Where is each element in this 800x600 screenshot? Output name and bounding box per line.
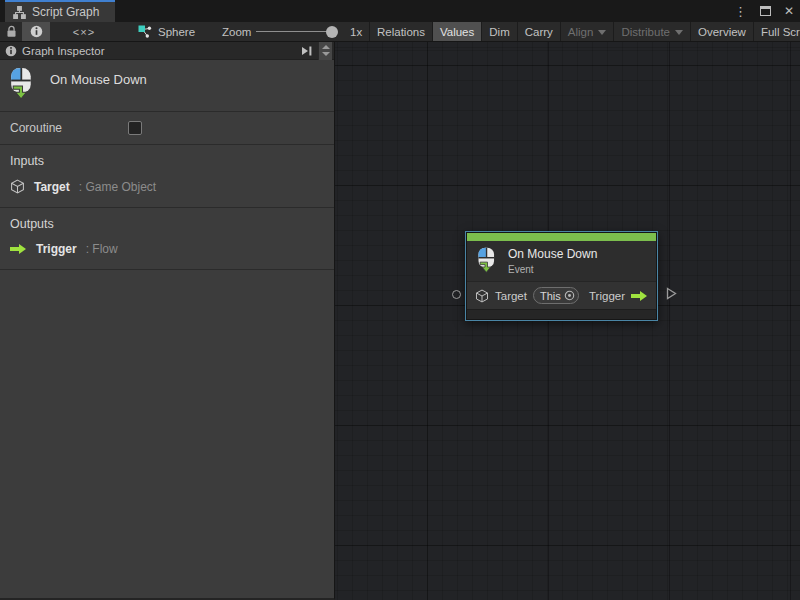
inputs-section: Inputs Target : Game Object — [0, 145, 334, 208]
graph-inspector-panel: Graph Inspector On Mouse Down Coroutine — [0, 42, 335, 600]
object-picker-icon[interactable] — [564, 290, 575, 301]
window-controls: ⋮ ✕ — [734, 0, 794, 22]
close-icon[interactable]: ✕ — [784, 5, 794, 17]
dim-button[interactable]: Dim — [481, 22, 516, 41]
graph-target-label: Sphere — [158, 26, 195, 38]
inspector-toggle-button[interactable] — [22, 22, 50, 41]
outputs-title: Outputs — [10, 217, 324, 231]
main-area: Graph Inspector On Mouse Down Coroutine — [0, 42, 800, 600]
inputs-title: Inputs — [10, 154, 324, 168]
flow-arrow-icon[interactable] — [631, 290, 648, 302]
output-port-name: Trigger — [36, 242, 77, 256]
lock-button[interactable] — [0, 22, 22, 41]
mouse-down-icon — [8, 67, 37, 101]
node-header[interactable]: On Mouse Down Event — [467, 241, 656, 281]
coroutine-checkbox[interactable] — [128, 121, 142, 135]
zoom-slider-handle[interactable] — [326, 26, 338, 38]
dock-panel-icon[interactable] — [301, 45, 313, 57]
inspector-empty-area — [0, 270, 334, 598]
output-port-type: Flow — [92, 242, 117, 256]
maximize-icon[interactable] — [760, 6, 771, 16]
dropdown-caret-icon — [675, 30, 683, 35]
scroll-up-icon[interactable] — [322, 45, 330, 49]
graph-target[interactable]: Sphere — [138, 22, 195, 41]
input-port-row: Target : Game Object — [10, 179, 324, 194]
target-value: This — [540, 290, 561, 302]
script-graph-window: Script Graph ⋮ ✕ <×> Sphere Zoo — [0, 0, 800, 600]
window-menu-icon[interactable]: ⋮ — [734, 5, 747, 18]
coroutine-label: Coroutine — [10, 121, 128, 135]
flow-arrow-icon — [10, 243, 27, 255]
zoom-slider-track[interactable] — [256, 31, 336, 32]
input-port-type: Game Object — [85, 180, 156, 194]
graph-canvas[interactable]: On Mouse Down Event Target This — [335, 42, 800, 600]
tab-script-graph[interactable]: Script Graph — [5, 0, 115, 22]
lock-icon — [6, 25, 17, 38]
code-view-button[interactable]: <×> — [62, 22, 106, 41]
info-icon — [30, 25, 43, 38]
node-ports-row: Target This Trigger — [467, 281, 656, 309]
code-icon: <×> — [73, 26, 95, 38]
node-input-label: Target — [495, 290, 527, 302]
target-value-pill[interactable]: This — [533, 287, 579, 304]
input-port-name: Target — [34, 180, 70, 194]
zoom-label: Zoom — [222, 22, 251, 41]
fullscreen-button[interactable]: Full Screen — [753, 22, 800, 41]
game-object-cube-icon — [10, 179, 25, 194]
zoom-slider[interactable] — [256, 22, 344, 41]
panel-scroll-spinner[interactable] — [318, 42, 332, 60]
node-title: On Mouse Down — [508, 247, 597, 262]
align-dropdown[interactable]: Align — [560, 22, 614, 41]
toolbar-buttons: Relations Values Dim Carry Align Distrib… — [369, 22, 800, 41]
overview-button[interactable]: Overview — [690, 22, 753, 41]
graph-toolbar: <×> Sphere Zoom 1x Relations Values Dim … — [0, 22, 800, 42]
scroll-down-icon[interactable] — [322, 52, 330, 56]
carry-button[interactable]: Carry — [517, 22, 560, 41]
outputs-section: Outputs Trigger : Flow — [0, 208, 334, 270]
node-subtitle: Event — [508, 264, 597, 275]
graph-inspector-header: Graph Inspector — [0, 42, 334, 60]
graph-inspector-title: Graph Inspector — [22, 45, 104, 57]
dropdown-caret-icon — [598, 30, 606, 35]
values-button[interactable]: Values — [432, 22, 481, 41]
node-output-connection-port[interactable] — [666, 287, 677, 300]
relations-button[interactable]: Relations — [369, 22, 432, 41]
node-output-label: Trigger — [589, 290, 625, 302]
node-footer — [467, 309, 656, 319]
distribute-dropdown[interactable]: Distribute — [613, 22, 690, 41]
node-input-connection-port[interactable] — [452, 290, 461, 299]
coroutine-row: Coroutine — [0, 112, 334, 145]
tab-bar: Script Graph ⋮ ✕ — [0, 0, 800, 22]
unit-title: On Mouse Down — [50, 72, 147, 87]
selected-unit-header: On Mouse Down — [0, 60, 334, 112]
on-mouse-down-node[interactable]: On Mouse Down Event Target This — [465, 231, 658, 321]
game-object-cube-icon — [475, 289, 489, 303]
output-port-row: Trigger : Flow — [10, 242, 324, 256]
info-icon — [5, 45, 17, 57]
zoom-value: 1x — [350, 22, 362, 41]
mouse-down-icon — [476, 247, 499, 274]
graph-hierarchy-icon — [13, 6, 26, 19]
graph-node-icon — [138, 25, 152, 39]
tab-label: Script Graph — [32, 5, 99, 19]
node-color-bar — [467, 233, 656, 241]
